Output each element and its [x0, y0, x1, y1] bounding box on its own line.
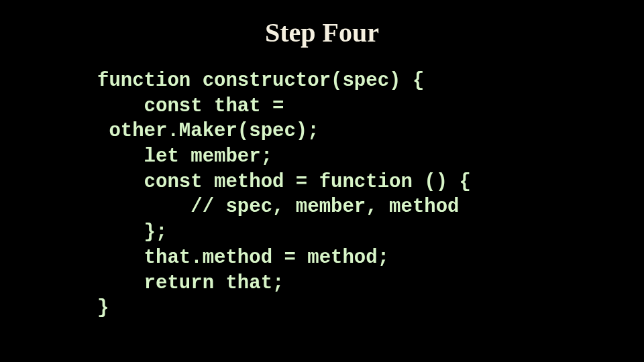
code-line-7: }; [97, 221, 167, 243]
code-line-2: const that = [97, 95, 284, 117]
code-line-1: function constructor(spec) { [97, 70, 424, 92]
slide-container: Step Four function constructor(spec) { c… [0, 0, 644, 362]
code-line-5: const method = function () { [97, 171, 471, 193]
code-line-8: that.method = method; [97, 247, 389, 269]
slide-title: Step Four [0, 17, 644, 48]
code-line-10: } [97, 297, 109, 319]
code-line-9: return that; [97, 272, 284, 294]
code-line-6: // spec, member, method [97, 196, 460, 218]
code-line-3: other.Maker(spec); [97, 120, 319, 142]
code-line-4: let member; [97, 145, 272, 168]
code-block: function constructor(spec) { const that … [0, 68, 644, 321]
